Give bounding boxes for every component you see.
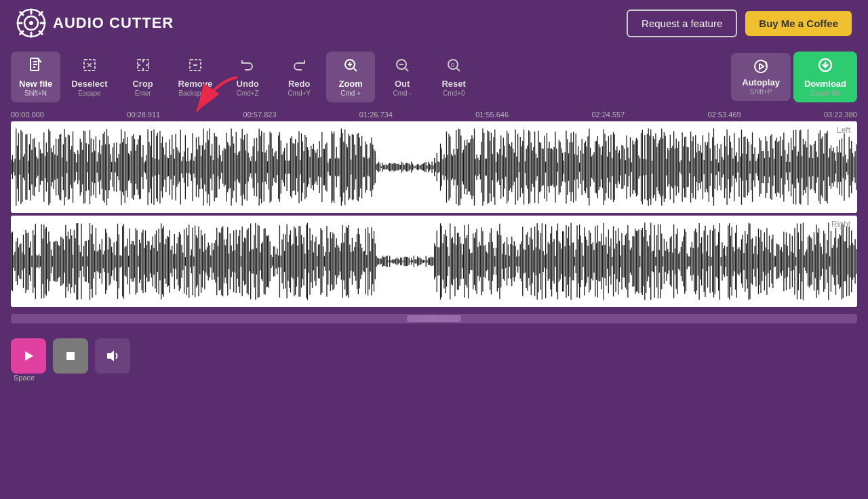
playback-controls <box>0 327 868 376</box>
left-track[interactable]: Left // Generate waveform bars <box>11 121 857 213</box>
space-label: Space <box>14 374 35 382</box>
deselect-icon <box>81 57 98 77</box>
timeline-mark: 00:00.000 <box>11 111 44 119</box>
tool-new-file-label: New file <box>19 79 52 89</box>
tool-redo-shortcut: Cmd+Y <box>288 89 311 97</box>
svg-point-2 <box>29 21 33 25</box>
waveform-container: Left // Generate waveform bars Right <box>0 121 868 310</box>
request-feature-button[interactable]: Request a feature <box>627 9 737 37</box>
svg-marker-43 <box>107 351 114 361</box>
timeline: 00:00.000 00:28.911 00:57.823 01:26.734 … <box>0 108 868 121</box>
scrollbar-track[interactable]: ⋮⋮⋮ <box>11 314 857 323</box>
autoplay-shortcut: Shift+P <box>750 88 772 96</box>
tool-zoom[interactable]: Zoom Cmd + <box>326 52 375 102</box>
remove-icon <box>187 57 203 77</box>
tool-zoom-out-shortcut: Cmd - <box>393 89 412 97</box>
timeline-mark: 03:22.380 <box>824 111 857 119</box>
left-waveform-canvas <box>11 121 857 213</box>
logo-icon <box>16 8 46 38</box>
timeline-mark: 01:55.646 <box>475 111 509 119</box>
reset-icon: 0 <box>446 57 462 77</box>
tool-reset-label: Reset <box>441 79 465 89</box>
timeline-mark: 00:28.911 <box>127 111 160 119</box>
toolbar: New file Shift+N Deselect Escape Crop En <box>0 46 868 108</box>
tool-undo-shortcut: Cmd+Z <box>237 89 259 97</box>
svg-line-27 <box>354 68 357 72</box>
scrollbar-grip: ⋮⋮⋮ <box>423 315 446 323</box>
autoplay-button[interactable]: Autoplay Shift+P <box>731 53 791 101</box>
right-waveform-canvas <box>11 216 857 307</box>
new-file-icon <box>28 57 44 77</box>
buy-coffee-button[interactable]: Buy Me a Coffee <box>745 11 852 36</box>
right-track[interactable]: Right <box>11 216 857 307</box>
autoplay-icon <box>753 58 769 77</box>
left-track-label: Left <box>837 125 850 135</box>
crop-icon <box>135 57 151 77</box>
redo-icon <box>291 57 307 77</box>
header: AUDIO CUTTER Request a feature Buy Me a … <box>0 0 868 46</box>
tool-redo[interactable]: Redo Cmd+Y <box>275 52 323 102</box>
zoom-out-icon <box>394 57 410 77</box>
logo-area: AUDIO CUTTER <box>16 8 174 38</box>
playback-area: Space <box>0 327 868 383</box>
svg-line-34 <box>457 68 460 72</box>
tool-redo-label: Redo <box>288 79 311 89</box>
right-track-label: Right <box>831 220 850 229</box>
app-title: AUDIO CUTTER <box>53 14 174 32</box>
timeline-mark: 01:26.734 <box>359 111 393 119</box>
tool-deselect[interactable]: Deselect Escape <box>63 52 115 102</box>
timeline-marks: 00:00.000 00:28.911 00:57.823 01:26.734 … <box>11 111 857 119</box>
tool-zoom-label: Zoom <box>338 79 362 89</box>
timeline-mark: 00:57.823 <box>243 111 277 119</box>
tool-remove-label: Remove <box>178 79 213 89</box>
download-sub: Export file <box>810 89 840 97</box>
tool-new-file[interactable]: New file Shift+N <box>11 52 60 102</box>
tool-zoom-out-label: Out <box>395 79 410 89</box>
svg-rect-42 <box>66 352 75 360</box>
header-buttons: Request a feature Buy Me a Coffee <box>627 9 852 37</box>
tool-deselect-label: Deselect <box>71 79 107 89</box>
download-label: Download <box>804 79 846 89</box>
tool-undo-label: Undo <box>237 79 259 89</box>
timeline-mark: 02:53.469 <box>708 111 741 119</box>
scrollbar-area: ⋮⋮⋮ <box>0 310 868 327</box>
stop-button[interactable] <box>53 338 88 374</box>
tool-undo[interactable]: Undo Cmd+Z <box>223 52 272 102</box>
tool-crop[interactable]: Crop Enter <box>119 52 167 102</box>
zoom-icon <box>342 57 359 77</box>
tool-reset-shortcut: Cmd+0 <box>443 89 465 97</box>
svg-marker-41 <box>25 351 33 361</box>
tool-zoom-shortcut: Cmd + <box>340 89 361 97</box>
tool-crop-shortcut: Enter <box>135 89 151 97</box>
tool-zoom-out[interactable]: Out Cmd - <box>378 52 427 102</box>
tool-deselect-shortcut: Escape <box>78 89 100 97</box>
svg-line-31 <box>406 68 409 72</box>
tool-new-file-shortcut: Shift+N <box>24 89 47 97</box>
tool-remove[interactable]: Remove Backspace <box>170 52 221 102</box>
undo-icon <box>239 57 256 77</box>
tool-crop-label: Crop <box>132 79 153 89</box>
volume-button[interactable] <box>95 338 130 374</box>
play-button[interactable] <box>11 338 46 374</box>
svg-text:0: 0 <box>451 62 454 68</box>
timeline-mark: 02:24.557 <box>591 111 625 119</box>
download-button[interactable]: Download Export file <box>793 52 857 102</box>
tool-remove-shortcut: Backspace <box>178 89 212 97</box>
download-icon <box>817 57 833 77</box>
scrollbar-thumb[interactable]: ⋮⋮⋮ <box>407 315 461 322</box>
tool-reset[interactable]: 0 Reset Cmd+0 <box>429 52 478 102</box>
autoplay-label: Autoplay <box>742 77 780 87</box>
